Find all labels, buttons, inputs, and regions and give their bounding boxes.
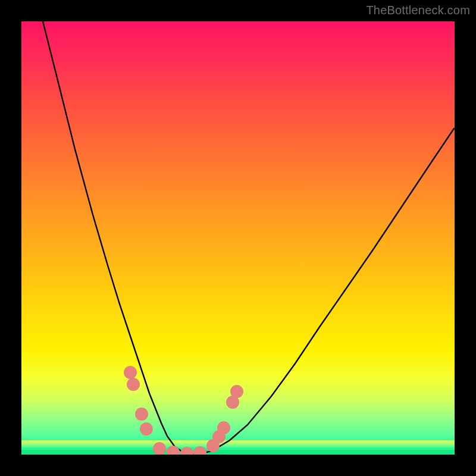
watermark-text: TheBottleneck.com — [366, 4, 470, 17]
green-stripe — [21, 442, 455, 444]
dot-right-lower-3 — [217, 421, 230, 434]
green-stripe — [21, 446, 455, 447]
green-stripe — [21, 440, 455, 442]
green-stripe — [21, 447, 455, 450]
green-stripe — [21, 444, 455, 446]
dot-bottom-1 — [153, 442, 166, 455]
dot-right-upper-2 — [230, 385, 243, 398]
dot-left-upper-1 — [124, 366, 137, 379]
dot-left-lower-1 — [135, 408, 148, 421]
chart-frame: TheBottleneck.com — [0, 0, 476, 476]
dot-left-lower-2 — [140, 422, 153, 436]
bottleneck-curve — [43, 21, 454, 455]
chart-svg — [21, 21, 455, 455]
green-band — [21, 440, 455, 455]
green-stripe — [21, 450, 455, 455]
dot-left-upper-2 — [127, 378, 140, 391]
plot-area — [21, 21, 455, 455]
